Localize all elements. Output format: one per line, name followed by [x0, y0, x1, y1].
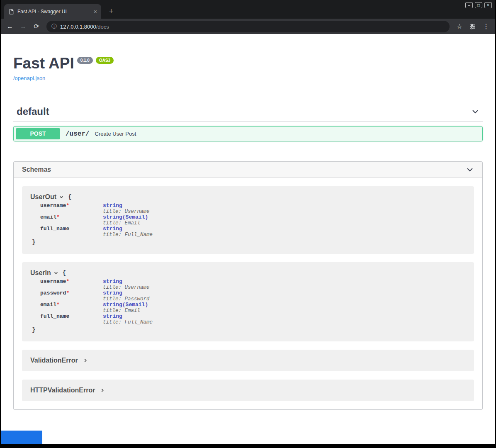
property-name-text: username — [40, 202, 66, 209]
model-userin-toggle[interactable]: UserIn { — [30, 268, 466, 278]
property-type: string — [103, 314, 153, 319]
property-name-text: full_name — [40, 226, 69, 232]
swagger-page: Fast API 0.1.0 OAS3 /openapi.json defaul… — [1, 34, 495, 444]
forward-button[interactable]: → — [18, 22, 28, 32]
chevron-down-icon — [471, 107, 479, 116]
url-bar[interactable]: ⓘ 127.0.0.1:8000/docs — [46, 21, 450, 32]
property-list: username* string title: Username email* … — [40, 203, 466, 238]
close-button[interactable]: × — [484, 2, 492, 8]
schemas-section: Schemas UserOut { — [13, 161, 483, 410]
bookmark-star-icon[interactable]: ☆ — [455, 22, 464, 32]
model-title: UserOut — [30, 193, 56, 201]
url-text: 127.0.0.1:8000/docs — [60, 23, 109, 30]
property-type: string($email) — [103, 302, 148, 308]
oas3-badge: OAS3 — [96, 57, 114, 64]
browser-window: Fast API - Swagger UI × + – □ × ← → ⟳ ⓘ … — [1, 0, 495, 444]
required-star: * — [66, 290, 69, 296]
property-name: full_name — [40, 226, 103, 238]
operation-summary: Create User Post — [95, 131, 136, 137]
api-title: Fast API — [13, 56, 74, 71]
window-controls: – □ × — [465, 2, 492, 8]
minimize-button[interactable]: – — [465, 2, 473, 8]
model-validationerror[interactable]: ValidationError — [22, 350, 474, 371]
property-type: string — [103, 226, 153, 232]
property-type: string — [103, 279, 150, 285]
url-path: /docs — [96, 24, 109, 30]
property-title: title: Username — [103, 209, 150, 214]
chevron-down-icon — [466, 166, 474, 174]
property-type: string — [103, 290, 150, 296]
property-info: string title: Full_Name — [103, 314, 153, 325]
chevron-down-icon — [53, 270, 58, 275]
property-row: username* string title: Username — [40, 279, 466, 290]
model-title: UserIn — [30, 269, 51, 277]
browser-tab[interactable]: Fast API - Swagger UI × — [4, 4, 101, 19]
tab-title: Fast API - Swagger UI — [17, 9, 90, 15]
tag-title: default — [17, 106, 49, 117]
property-info: string title: Username — [103, 279, 150, 290]
property-row: username* string title: Username — [40, 203, 466, 214]
open-brace: { — [63, 270, 66, 276]
sliders-icon[interactable] — [468, 22, 478, 32]
model-userout: UserOut { username* string title: Userna… — [22, 186, 474, 254]
chevron-down-icon — [59, 195, 64, 200]
tag-header-default[interactable]: default — [13, 102, 483, 122]
property-info: string($email) title: Email — [103, 214, 148, 226]
version-badge: 0.1.0 — [77, 57, 93, 64]
schemas-header[interactable]: Schemas — [14, 162, 482, 178]
chevron-right-icon — [100, 388, 105, 393]
operation-post-user[interactable]: POST /user/ Create User Post — [13, 126, 483, 141]
property-title: title: Full_Name — [103, 319, 153, 325]
property-name: username* — [40, 203, 103, 214]
property-row: full_name string title: Full_Name — [40, 226, 466, 238]
property-title: title: Full_Name — [103, 232, 153, 238]
property-name-text: email — [40, 214, 56, 220]
operation-path: /user/ — [66, 130, 90, 138]
property-title: title: Email — [103, 220, 148, 226]
document-icon — [8, 9, 14, 15]
model-userout-toggle[interactable]: UserOut { — [30, 192, 466, 202]
browser-toolbar: ← → ⟳ ⓘ 127.0.0.1:8000/docs ☆ ⋮ — [1, 19, 495, 34]
tab-close-button[interactable]: × — [94, 9, 97, 15]
property-name: full_name — [40, 314, 103, 325]
openapi-link[interactable]: /openapi.json — [13, 75, 45, 81]
close-brace: } — [32, 239, 466, 246]
property-type: string($email) — [103, 214, 148, 220]
property-name-text: email — [40, 302, 56, 308]
url-host: 127.0.0.1:8000 — [60, 24, 96, 30]
titlebar: Fast API - Swagger UI × + – □ × — [1, 0, 495, 19]
property-title: title: Username — [103, 285, 150, 290]
close-brace: } — [32, 326, 466, 333]
property-name: email* — [40, 214, 103, 226]
open-brace: { — [68, 194, 71, 200]
reload-button[interactable]: ⟳ — [32, 22, 41, 32]
schemas-title: Schemas — [22, 166, 51, 173]
model-userin: UserIn { username* string title: Usernam… — [22, 262, 474, 341]
property-name-text: password — [40, 290, 66, 296]
required-star: * — [56, 214, 60, 220]
property-info: string title: Username — [103, 203, 150, 214]
property-info: string title: Password — [103, 290, 150, 302]
property-info: string title: Full_Name — [103, 226, 153, 238]
property-row: email* string($email) title: Email — [40, 214, 466, 226]
property-name-text: full_name — [40, 313, 69, 319]
required-star: * — [66, 202, 69, 209]
property-info: string($email) title: Email — [103, 302, 148, 314]
model-httpvalidationerror[interactable]: HTTPValidationError — [22, 380, 474, 401]
bottom-accent-block — [1, 431, 42, 444]
property-row: email* string($email) title: Email — [40, 302, 466, 314]
model-title: ValidationError — [30, 357, 78, 364]
maximize-button[interactable]: □ — [475, 2, 482, 8]
property-name: password* — [40, 290, 103, 302]
new-tab-button[interactable]: + — [106, 7, 116, 16]
page-info-icon[interactable]: ⓘ — [51, 23, 57, 30]
property-name-text: username — [40, 278, 66, 285]
kebab-menu-icon[interactable]: ⋮ — [481, 22, 491, 32]
property-row: password* string title: Password — [40, 290, 466, 302]
required-star: * — [66, 278, 69, 285]
property-type: string — [103, 203, 150, 209]
back-button[interactable]: ← — [5, 22, 15, 32]
property-name: username* — [40, 279, 103, 290]
property-list: username* string title: Username passwor… — [40, 279, 466, 325]
model-title: HTTPValidationError — [30, 387, 95, 394]
